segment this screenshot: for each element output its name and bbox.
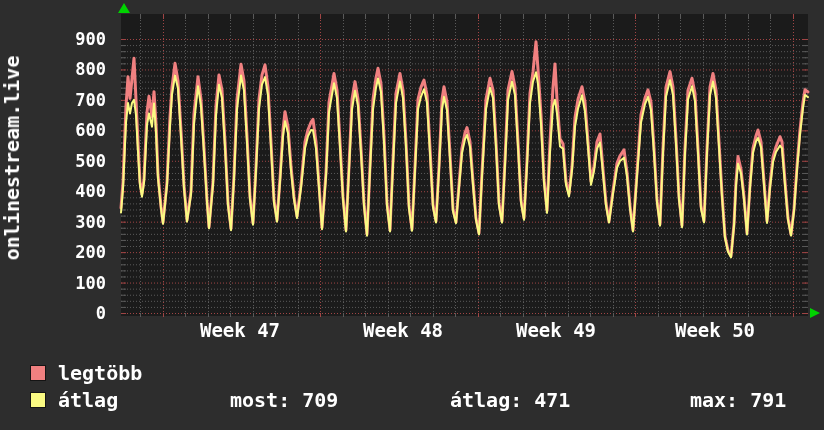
y-tick-label: 600 bbox=[16, 120, 106, 140]
y-tick-label: 800 bbox=[16, 59, 106, 79]
y-tick-label: 700 bbox=[16, 90, 106, 110]
y-tick-label: 900 bbox=[16, 29, 106, 49]
legend-swatch-atlag bbox=[30, 392, 46, 408]
axis-arrow-up-icon bbox=[118, 3, 130, 13]
graph-page: { "title": "onlinestream.live", "legend"… bbox=[0, 0, 824, 430]
x-tick-label: Week 50 bbox=[645, 320, 785, 340]
legend-swatch-legtobb bbox=[30, 365, 46, 381]
x-tick-label: Week 47 bbox=[170, 320, 310, 340]
y-tick-label: 300 bbox=[16, 212, 106, 232]
y-tick-label: 500 bbox=[16, 151, 106, 171]
stat-max: max: 791 bbox=[690, 390, 786, 410]
legend-label-legtobb: legtöbb bbox=[58, 363, 142, 383]
x-tick-label: Week 48 bbox=[333, 320, 473, 340]
y-tick-label: 400 bbox=[16, 181, 106, 201]
y-tick-label: 200 bbox=[16, 242, 106, 262]
y-tick-label: 100 bbox=[16, 273, 106, 293]
x-tick-label: Week 49 bbox=[486, 320, 626, 340]
axis-arrow-right-icon bbox=[810, 308, 820, 318]
legend-label-atlag: átlag bbox=[58, 390, 118, 410]
stat-atlag: átlag: 471 bbox=[450, 390, 570, 410]
y-tick-label: 0 bbox=[16, 303, 106, 323]
stat-most: most: 709 bbox=[230, 390, 338, 410]
